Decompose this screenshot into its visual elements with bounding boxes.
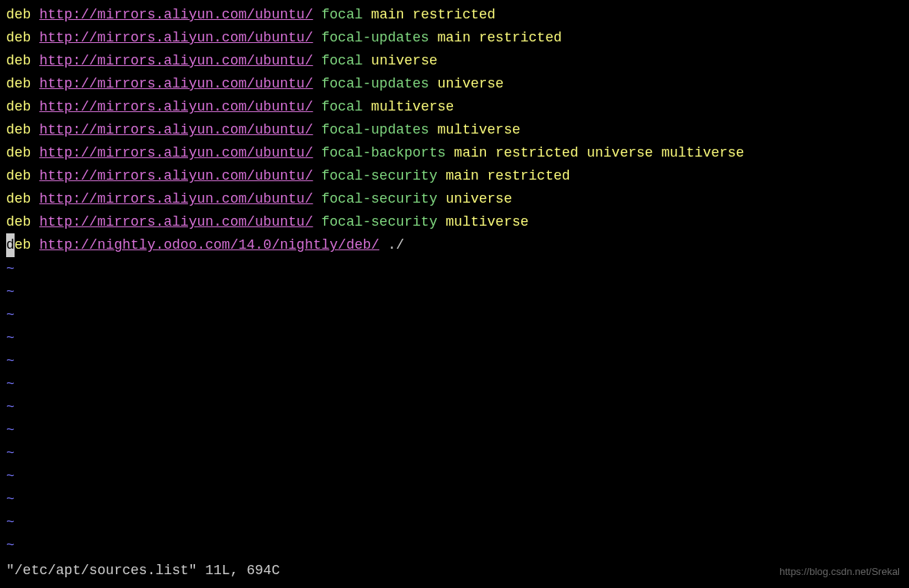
cursor: d	[6, 233, 15, 256]
editor-content[interactable]: deb http://mirrors.aliyun.com/ubuntu/ fo…	[6, 3, 903, 557]
components: main restricted	[438, 30, 562, 45]
deb-keyword: deb	[6, 191, 31, 206]
suite-name: focal	[322, 7, 363, 22]
components: universe	[446, 191, 512, 206]
repo-url: http://mirrors.aliyun.com/ubuntu/	[39, 76, 312, 91]
repo-url: http://mirrors.aliyun.com/ubuntu/	[39, 145, 312, 160]
suite-name: ./	[388, 237, 405, 253]
repo-url: http://mirrors.aliyun.com/ubuntu/	[39, 168, 312, 183]
empty-line-tilde: ~	[6, 533, 903, 557]
repo-url: http://mirrors.aliyun.com/ubuntu/	[39, 122, 312, 137]
empty-line-tilde: ~	[6, 372, 903, 395]
deb-keyword: deb	[6, 76, 31, 91]
components: multiverse	[446, 214, 529, 230]
source-line[interactable]: deb http://mirrors.aliyun.com/ubuntu/ fo…	[6, 187, 903, 210]
deb-keyword: deb	[6, 168, 31, 183]
repo-url: http://mirrors.aliyun.com/ubuntu/	[39, 30, 312, 45]
suite-name: focal-updates	[322, 76, 429, 91]
suite-name: focal-security	[322, 214, 438, 230]
suite-name: focal	[322, 53, 363, 68]
deb-keyword: deb	[6, 7, 31, 22]
repo-url: http://mirrors.aliyun.com/ubuntu/	[39, 53, 312, 68]
suite-name: focal-security	[322, 168, 438, 183]
suite-name: focal-backports	[322, 145, 446, 160]
repo-url: http://mirrors.aliyun.com/ubuntu/	[39, 191, 312, 206]
source-line[interactable]: deb http://mirrors.aliyun.com/ubuntu/ fo…	[6, 26, 903, 49]
empty-line-tilde: ~	[6, 487, 903, 510]
empty-line-tilde: ~	[6, 349, 903, 372]
empty-line-tilde: ~	[6, 464, 903, 487]
deb-keyword: deb	[6, 99, 31, 114]
deb-keyword: deb	[6, 214, 31, 230]
empty-line-tilde: ~	[6, 326, 903, 349]
components: multiverse	[438, 122, 521, 137]
deb-keyword: deb	[6, 145, 31, 160]
components: universe	[438, 76, 504, 91]
deb-keyword: deb	[6, 53, 31, 68]
source-line[interactable]: deb http://mirrors.aliyun.com/ubuntu/ fo…	[6, 3, 903, 26]
repo-url: http://mirrors.aliyun.com/ubuntu/	[39, 99, 312, 114]
deb-keyword: deb	[6, 30, 31, 45]
suite-name: focal	[322, 99, 363, 114]
empty-line-tilde: ~	[6, 280, 903, 303]
source-line[interactable]: deb http://mirrors.aliyun.com/ubuntu/ fo…	[6, 49, 903, 72]
components: multiverse	[371, 99, 454, 114]
empty-line-tilde: ~	[6, 510, 903, 533]
source-line[interactable]: deb http://mirrors.aliyun.com/ubuntu/ fo…	[6, 118, 903, 141]
components: universe	[371, 53, 437, 68]
suite-name: focal-security	[322, 191, 438, 206]
empty-line-tilde: ~	[6, 303, 903, 326]
repo-url: http://mirrors.aliyun.com/ubuntu/	[39, 7, 312, 22]
watermark: https://blog.csdn.net/Srekal	[779, 563, 900, 580]
status-bar: "/etc/apt/sources.list" 11L, 694C	[6, 559, 279, 582]
source-line[interactable]: deb http://mirrors.aliyun.com/ubuntu/ fo…	[6, 141, 903, 164]
empty-line-tilde: ~	[6, 418, 903, 441]
deb-keyword: deb	[6, 122, 31, 137]
source-line[interactable]: deb http://nightly.odoo.com/14.0/nightly…	[6, 233, 903, 256]
components: main restricted	[446, 168, 570, 183]
suite-name: focal-updates	[322, 122, 429, 137]
source-line[interactable]: deb http://mirrors.aliyun.com/ubuntu/ fo…	[6, 95, 903, 118]
source-line[interactable]: deb http://mirrors.aliyun.com/ubuntu/ fo…	[6, 210, 903, 233]
suite-name: focal-updates	[322, 30, 429, 45]
components: main restricted universe multiverse	[454, 145, 744, 160]
repo-url: http://nightly.odoo.com/14.0/nightly/deb…	[39, 237, 379, 253]
source-line[interactable]: deb http://mirrors.aliyun.com/ubuntu/ fo…	[6, 72, 903, 95]
components: main restricted	[371, 7, 495, 22]
empty-line-tilde: ~	[6, 257, 903, 280]
repo-url: http://mirrors.aliyun.com/ubuntu/	[39, 214, 312, 230]
source-line[interactable]: deb http://mirrors.aliyun.com/ubuntu/ fo…	[6, 164, 903, 187]
deb-keyword: eb	[15, 237, 31, 253]
empty-line-tilde: ~	[6, 441, 903, 464]
empty-line-tilde: ~	[6, 395, 903, 418]
